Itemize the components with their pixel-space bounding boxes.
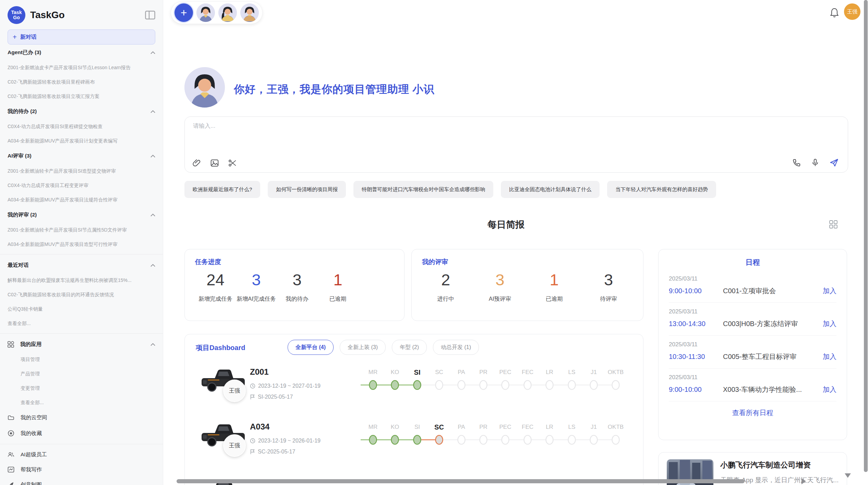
conversation-avatar-2[interactable] (218, 3, 237, 22)
conversation-avatar-3[interactable] (240, 3, 259, 22)
sidebar-item-ai-staff[interactable]: AI超级员工 (8, 447, 155, 462)
project-dates-text: 2023-12-19 ~ 2027-01-19 (258, 383, 321, 389)
writing-icon (8, 466, 14, 473)
notifications-bell-icon[interactable] (830, 8, 839, 18)
filter-chip-powertrain[interactable]: 动总开发 (1) (433, 340, 479, 355)
chevron-up-icon (150, 110, 155, 113)
chevron-up-icon (150, 343, 155, 346)
stat-in-progress: 2 进行中 (425, 271, 467, 303)
section-title: 最近对话 (8, 262, 29, 269)
stat-new-ai-completed-tasks: 3 新增AI完成任务 (236, 271, 277, 303)
chat-input[interactable] (192, 122, 605, 130)
sidebar-item-creative-drawing[interactable]: 创意制图 (8, 477, 155, 485)
layout-grid-icon[interactable] (829, 220, 838, 229)
attachment-icon[interactable] (192, 159, 201, 167)
event-title: C003|H0B-方案冻结评审 (723, 319, 823, 328)
app-item-change-mgmt[interactable]: 变更管理 (8, 381, 155, 395)
new-chat-button[interactable]: + 新对话 (8, 29, 155, 45)
sidebar-item[interactable]: Z001-全新燃油轻卡产品开发项目SI节点属性5D文件评审 (8, 223, 155, 237)
view-all-schedule-link[interactable]: 查看所有日程 (669, 408, 836, 418)
project-milestone-flag: SC-2025-05-17 (250, 449, 295, 455)
suggestion-chip[interactable]: 特朗普可能对进口汽车增税会对中国车企造成哪些影响 (353, 181, 493, 198)
apps-view-all-link[interactable]: 查看全部... (8, 395, 155, 410)
project-dates-text: 2023-12-19 ~ 2026-01-19 (258, 438, 321, 444)
section-header-my-review[interactable]: 我的评审 (2) (8, 207, 155, 223)
horizontal-scrollbar-thumb[interactable] (177, 479, 745, 483)
send-icon[interactable] (829, 158, 839, 167)
voice-call-icon[interactable] (792, 158, 801, 167)
scroll-down-arrow[interactable] (845, 473, 851, 478)
filter-chip-model-year[interactable]: 年型 (2) (392, 340, 427, 355)
suggestion-chip[interactable]: 欧洲新规最近颁布了什么? (184, 181, 260, 198)
filter-chip-new-platform[interactable]: 全新平台 (4) (288, 340, 334, 355)
section-header-agent-done[interactable]: Agent已办 (3) (8, 45, 155, 60)
schedule-event: 2025/03/11 9:00-10:00 X003-车辆动力学性能验... 加… (669, 369, 836, 401)
join-button[interactable]: 加入 (823, 319, 836, 328)
sidebar-item[interactable]: C0X4-动力总成开发项目SI里程碑提交物检查 (8, 119, 155, 134)
recent-view-all-link[interactable]: 查看全部... (8, 316, 155, 331)
join-button[interactable]: 加入 (823, 352, 836, 361)
project-flag-text: SC-2025-05-17 (258, 449, 295, 455)
stat-value: 1 (533, 271, 575, 289)
sidebar-item[interactable]: A034-全新新能源MUV产品开发项目法规符合性评审 (8, 192, 155, 207)
project-code[interactable]: Z001 (250, 367, 269, 377)
user-avatar[interactable]: 王强 (844, 3, 860, 20)
schedule-title: 日程 (669, 258, 836, 267)
vertical-scrollbar-thumb[interactable] (864, 0, 868, 472)
sidebar-item[interactable]: C02-飞腾新能源轻客改款项目里程碑画布 (8, 75, 155, 89)
microphone-icon[interactable] (811, 158, 820, 167)
sidebar-item[interactable]: Z001-全新燃油皮卡产品开发项目SI节点Lesson Learn报告 (8, 60, 155, 75)
sidebar-item[interactable]: C02-飞腾新能源轻客改款项目立项汇报方案 (8, 89, 155, 103)
section-header-ai-review[interactable]: AI评审 (3) (8, 148, 155, 164)
event-time: 9:00-10:00 (669, 287, 723, 295)
stat-value: 3 (277, 271, 317, 289)
stat-value: 3 (479, 271, 521, 289)
section-header-recent-chats[interactable]: 最近对话 (8, 257, 155, 273)
svg-text:SI: SI (414, 424, 420, 430)
add-conversation-button[interactable]: + (174, 3, 193, 22)
suggestion-chip[interactable]: 如何写一份清晰的项目周报 (268, 181, 346, 198)
project-owner-badge: 王强 (223, 434, 246, 457)
filter-chip-new-body[interactable]: 全新上装 (3) (340, 340, 386, 355)
join-button[interactable]: 加入 (823, 286, 836, 296)
app-item-project-mgmt[interactable]: 项目管理 (8, 352, 155, 366)
svg-text:FEC: FEC (522, 424, 533, 430)
sidebar-item[interactable]: C0X4-动力总成开发项目工程变更评审 (8, 178, 155, 192)
event-title: C001-立项审批会 (723, 286, 823, 296)
news-title[interactable]: 小鹏飞行汽车制造公司增资 (720, 460, 839, 470)
recent-chat-item[interactable]: 解释最新出台的欧盟报废车法规再生塑料比例被调至15%... (8, 273, 155, 287)
sidebar-item[interactable]: A034-全新新能源MUV产品开发项目造型可行性评审 (8, 237, 155, 251)
sidebar-item-writing[interactable]: 帮我写作 (8, 462, 155, 477)
svg-text:LR: LR (546, 369, 553, 375)
event-date: 2025/03/11 (669, 341, 836, 348)
app-item-product-mgmt[interactable]: 产品管理 (8, 366, 155, 381)
join-button[interactable]: 加入 (823, 385, 836, 394)
sidebar-item-cloud-space[interactable]: 我的云空间 (8, 410, 155, 425)
recent-chat-item[interactable]: 公司Q3轻卡销量 (8, 302, 155, 316)
tool-label: 创意制图 (21, 481, 42, 485)
sidebar-item[interactable]: A034-全新新能源MUV产品开发项目计划变更表编写 (8, 134, 155, 148)
suggestion-chip[interactable]: 当下年轻人对汽车外观有怎样的喜好趋势 (607, 181, 716, 198)
project-code[interactable]: A034 (250, 422, 269, 432)
svg-text:SC: SC (434, 423, 444, 431)
conversation-avatar-1[interactable] (196, 3, 215, 22)
project-flag-text: SI-2025-05-17 (258, 394, 293, 400)
card-title: 任务进度 (195, 258, 404, 266)
section-header-my-apps[interactable]: 我的应用 (8, 336, 155, 352)
event-title: C005-整车工程目标评审 (723, 352, 823, 361)
schedule-event: 2025/03/11 9:00-10:00 C001-立项审批会 加入 (669, 270, 836, 303)
recent-chat-item[interactable]: C02-飞腾新能源轻客改款项目的闭环通告反馈情况 (8, 287, 155, 302)
image-icon[interactable] (210, 159, 219, 167)
event-date: 2025/03/11 (669, 275, 836, 282)
section-header-my-todo[interactable]: 我的待办 (2) (8, 103, 155, 119)
scroll-right-arrow[interactable] (801, 478, 806, 484)
logo-row: Task Go TaskGo (8, 4, 155, 26)
svg-text:PR: PR (479, 369, 487, 375)
sidebar-item-favorites[interactable]: 我的收藏 (8, 425, 155, 441)
sidebar-collapse-icon[interactable] (145, 11, 155, 20)
scissors-icon[interactable] (228, 159, 237, 167)
task-progress-card: 任务进度 24 新增完成任务 3 新增AI完成任务 3 我的待办 1 已逾期 (184, 249, 405, 321)
suggestion-chip[interactable]: 比亚迪全固态电池计划具体说了什么 (501, 181, 600, 198)
svg-text:KO: KO (391, 424, 399, 430)
sidebar-item[interactable]: Z001-全新燃油轻卡产品开发项目SI造型提交物评审 (8, 164, 155, 178)
